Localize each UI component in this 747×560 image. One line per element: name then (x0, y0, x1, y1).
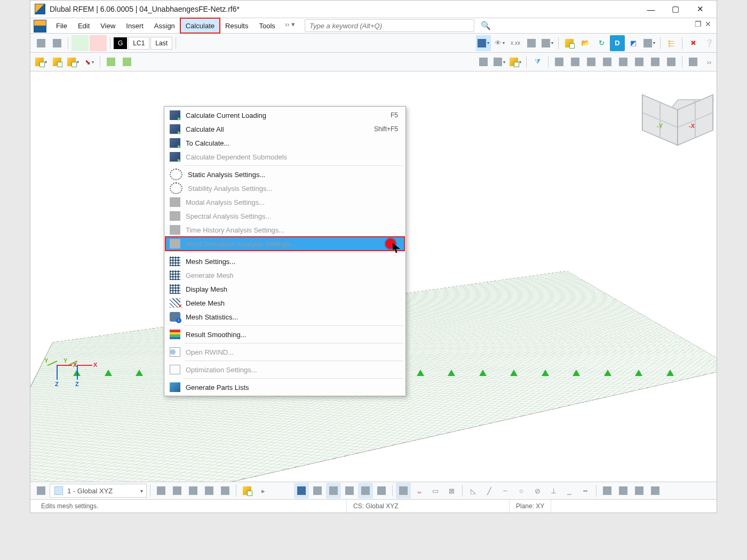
tb-open-icon[interactable]: 📂 (578, 35, 593, 51)
menu-results[interactable]: Results (220, 18, 253, 33)
bb-mirror-icon[interactable] (170, 483, 185, 499)
bb-rect-icon[interactable]: ▭ (428, 483, 443, 499)
bb-win-icon[interactable] (342, 483, 357, 499)
tb-flag-icon[interactable] (664, 54, 679, 70)
tb-xxx-icon[interactable]: x.xx (508, 35, 523, 51)
tb-support1-icon[interactable] (104, 54, 118, 70)
menu-tools[interactable]: Tools (253, 18, 280, 33)
tb-refresh-icon[interactable]: ↻ (594, 35, 609, 51)
bb-snap-grid-icon[interactable] (396, 483, 411, 499)
bb-tangent-icon[interactable]: ⊘ (530, 483, 545, 499)
menu-insert[interactable]: Insert (121, 18, 149, 33)
bb-angle-icon[interactable]: ◺ (466, 483, 481, 499)
tb-dice-icon[interactable] (632, 54, 647, 70)
tb-overflow-icon[interactable]: ›› (702, 54, 717, 70)
minimize-button[interactable]: — (639, 2, 663, 17)
menu-edit[interactable]: Edit (73, 18, 95, 33)
tb-layers2-icon[interactable]: ▾ (540, 35, 555, 51)
menu-file[interactable]: File (51, 18, 73, 33)
bb-rotate-icon[interactable] (186, 483, 201, 499)
bb-perp-icon[interactable]: ⊥ (546, 483, 561, 499)
menu-assign-label: Assign (154, 22, 175, 30)
menu-item-static-analysis-settings[interactable]: Static Analysis Settings... (165, 167, 404, 181)
tb-select-icon[interactable]: ⬱ (664, 35, 679, 51)
search-input[interactable] (305, 19, 474, 32)
bb-line-icon[interactable]: ╱ (482, 483, 497, 499)
bb-mid-icon[interactable]: ╍ (578, 483, 593, 499)
tb-chev-icon[interactable] (648, 54, 663, 70)
bb-array-icon[interactable] (310, 483, 325, 499)
tb-help-icon[interactable]: ❔ (702, 35, 717, 51)
bb-query-icon[interactable] (218, 483, 233, 499)
tb-rock-icon[interactable] (616, 54, 631, 70)
tb-wave-icon[interactable] (600, 54, 615, 70)
bb-cross-icon[interactable]: ⊠ (444, 483, 459, 499)
bb-next-icon[interactable]: ▸ (256, 483, 271, 499)
menu-item-result-smoothing[interactable]: Result Smoothing... (165, 327, 404, 341)
bb-corner-icon[interactable] (374, 483, 389, 499)
bb-circle-icon[interactable]: ○ (514, 483, 529, 499)
inner-restore-icon[interactable]: ❐ (695, 20, 702, 28)
tb-export-icon[interactable] (50, 35, 65, 51)
lc-badge[interactable]: LC1 (128, 37, 149, 50)
viewport-3d[interactable]: X Y Z X Y Z -Y -X Calculate Current Load… (30, 71, 717, 482)
bb-seg-icon[interactable]: ⎯ (562, 483, 577, 499)
menu-item-display-mesh[interactable]: Display Mesh (165, 282, 404, 296)
menu-calculate[interactable]: Calculate (180, 18, 220, 33)
tb-color2[interactable] (90, 35, 107, 51)
bb-gridblue-icon[interactable] (294, 483, 309, 499)
view-cube[interactable]: -Y -X (642, 83, 702, 143)
menu-item-to-calculate[interactable]: To Calculate... (165, 136, 404, 150)
tb-film-icon[interactable] (584, 54, 599, 70)
tb-chart1-icon[interactable] (552, 54, 567, 70)
bb-persp-icon[interactable] (632, 483, 647, 499)
tb-grid2-icon[interactable] (686, 54, 701, 70)
menu-item-calculate-current-loading[interactable]: Calculate Current LoadingF5 (165, 108, 404, 122)
bb-grid3-icon[interactable] (600, 483, 615, 499)
menu-view[interactable]: View (95, 18, 121, 33)
tb-filter-icon[interactable]: ⧩ (530, 54, 545, 70)
search-icon[interactable]: 🔍 (478, 19, 494, 32)
tb-import-icon[interactable] (34, 35, 49, 51)
bb-target-icon[interactable] (358, 483, 373, 499)
tb-grid-icon[interactable]: ▾ (476, 35, 491, 51)
tb-d-icon[interactable]: D (610, 35, 625, 51)
bb-plane-icon[interactable] (616, 483, 631, 499)
menu-item-mesh-settings[interactable]: Mesh Settings... (165, 254, 404, 268)
tb-shine-icon[interactable]: ▾ (508, 54, 523, 70)
tb-cube-icon[interactable] (476, 54, 491, 70)
tb-box-icon[interactable]: ◩ (626, 35, 641, 51)
tb-rotate-icon[interactable]: ▾ (492, 54, 507, 70)
bb-magnet-icon[interactable]: ⩊ (412, 483, 427, 499)
menu-item-generate-parts-lists[interactable]: Generate Parts Lists (165, 380, 404, 394)
tb-layers-icon[interactable] (524, 35, 539, 51)
tb-eye-icon[interactable]: 👁▾ (492, 35, 507, 51)
menu-item-delete-mesh[interactable]: Delete Mesh (165, 296, 404, 310)
tb-support2-icon[interactable] (120, 54, 134, 70)
bb-iso-icon[interactable] (648, 483, 663, 499)
menu-overflow-icon[interactable]: ›› ▾ (281, 18, 299, 33)
tb-star3-icon[interactable]: ▾ (66, 54, 81, 70)
bb-cs-swap-icon[interactable] (34, 483, 49, 499)
tb-member1-icon[interactable]: ⬊▾ (82, 54, 97, 70)
menu-assign[interactable]: Assign (149, 18, 180, 33)
tb-delete-icon[interactable]: ✖ (686, 35, 701, 51)
bb-copy-icon[interactable] (154, 483, 169, 499)
tb-color1[interactable] (71, 35, 89, 51)
tb-new-icon[interactable] (562, 35, 577, 51)
last-badge[interactable]: Last (150, 37, 172, 50)
menu-item-calculate-all[interactable]: Calculate AllShift+F5 (165, 122, 404, 136)
bb-dashline-icon[interactable]: ╌ (498, 483, 513, 499)
tb-star2-icon[interactable] (50, 54, 65, 70)
tb-cube2-icon[interactable]: ▾ (642, 35, 657, 51)
bb-cube-icon[interactable] (202, 483, 217, 499)
close-button[interactable]: ✕ (688, 2, 712, 17)
bb-star-icon[interactable] (240, 483, 255, 499)
inner-close-icon[interactable]: ✕ (705, 20, 711, 28)
maximize-button[interactable]: ▢ (663, 2, 688, 17)
tb-arch-icon[interactable] (568, 54, 583, 70)
cs-select[interactable]: 1 - Global XYZ (50, 484, 147, 498)
tb-star1-icon[interactable]: ▾ (34, 54, 49, 70)
menu-item-mesh-statistics[interactable]: Mesh Statistics... (165, 310, 404, 324)
bb-hatch-icon[interactable] (326, 483, 341, 499)
